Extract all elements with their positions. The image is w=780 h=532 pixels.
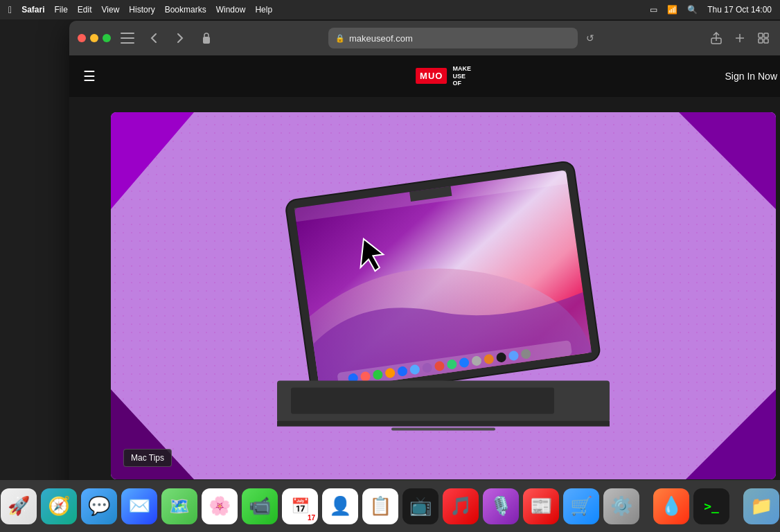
traffic-lights [78,34,111,42]
lock-icon: 🔒 [335,34,345,43]
maximize-button[interactable] [103,34,111,42]
address-bar[interactable]: 🔒 makeuseof.com [328,28,578,48]
svg-rect-32 [291,388,554,414]
dock-reminders[interactable]: 📋 [362,488,398,524]
dock-terminal[interactable]: >_ [693,488,729,524]
privacy-icon [197,28,216,48]
corner-br [686,389,776,479]
dock-facetime[interactable]: 📹 [242,488,278,524]
minimize-button[interactable] [90,34,98,42]
hamburger-menu-button[interactable]: ☰ [83,68,96,85]
dock-colorui[interactable]: 💧 [653,488,689,524]
url-text: makeuseof.com [349,33,413,44]
menubar-right: ▭ 📶 🔍 Thu 17 Oct 14:00 [650,5,772,15]
dock-folder[interactable]: 📁 [743,488,779,524]
address-bar-container: 🔒 makeuseof.com ↺ [223,28,700,48]
macos-menu-bar:  Safari File Edit View History Bookmark… [0,0,780,19]
share-button[interactable] [707,28,726,48]
dock-music[interactable]: 🎵 [443,488,479,524]
time-display: Thu 17 Oct 14:00 [707,5,772,15]
close-button[interactable] [78,34,86,42]
dock-contacts[interactable]: 👤 [322,488,358,524]
dock-appletv[interactable]: 📺 [402,488,438,524]
svg-rect-7 [764,39,768,43]
sign-in-label: Sign In Now [725,71,777,82]
svg-rect-4 [759,33,763,37]
mac-tips-badge: Mac Tips [123,449,172,467]
wifi-icon[interactable]: 📶 [667,5,677,15]
site-logo[interactable]: MUO MAKE USE OF [416,65,471,87]
logo-make: MAKE [452,65,471,73]
toolbar-right-icons [707,28,773,48]
dock-messages[interactable]: 💬 [81,488,117,524]
menu-help[interactable]: Help [255,5,272,15]
dock-news[interactable]: 📰 [523,488,559,524]
dock-launchpad[interactable]: 🚀 [1,488,37,524]
svg-rect-34 [277,421,610,427]
logo-use: USE [452,73,471,80]
back-button[interactable] [144,28,163,48]
dock-mail[interactable]: ✉️ [121,488,157,524]
website-content: ☰ MUO MAKE USE OF Sign In Now [69,55,780,526]
dock-systemprefs[interactable]: ⚙️ [603,488,639,524]
forward-button[interactable] [170,28,190,48]
macos-dock: 🐟 🚀 🧭 💬 ✉️ 🗺️ 🌸 📹 📅 17 👤 📋 📺 [0,480,780,532]
menu-safari[interactable]: Safari [21,5,44,15]
menu-view[interactable]: View [102,5,120,15]
dock-maps[interactable]: 🗺️ [161,488,197,524]
sidebar-toggle-button[interactable] [118,28,137,48]
dock-podcasts[interactable]: 🎙️ [483,488,519,524]
tab-grid-button[interactable] [754,28,773,48]
hero-image: Mac Tips [111,112,776,479]
site-navbar: ☰ MUO MAKE USE OF Sign In Now [69,55,780,97]
menu-window[interactable]: Window [216,5,246,15]
browser-window: 🔒 makeuseof.com ↺ [69,21,780,526]
logo-of: OF [452,80,471,87]
dock-photos[interactable]: 🌸 [202,488,238,524]
menu-bookmarks[interactable]: Bookmarks [165,5,206,15]
battery-icon[interactable]: ▭ [650,5,657,15]
svg-rect-0 [203,37,210,44]
corner-tl [111,112,194,209]
logo-box: MUO [416,68,447,84]
svg-rect-6 [759,39,763,43]
dock-safari[interactable]: 🧭 [41,488,77,524]
sign-in-button[interactable]: Sign In Now [725,66,780,87]
corner-tr [679,112,776,209]
menu-history[interactable]: History [129,5,154,15]
search-icon[interactable]: 🔍 [687,5,698,15]
hero-container: Mac Tips [69,97,780,488]
dock-calendar[interactable]: 📅 17 [282,488,318,524]
apple-menu[interactable]:  [8,4,12,15]
browser-toolbar: 🔒 makeuseof.com ↺ [69,21,780,55]
dock-appstore[interactable]: 🛒 [563,488,599,524]
menu-file[interactable]: File [54,5,67,15]
svg-rect-5 [764,33,768,37]
reload-button[interactable]: ↺ [586,33,594,44]
menu-edit[interactable]: Edit [78,5,92,15]
macbook-illustration [256,159,630,450]
new-tab-button[interactable] [730,28,750,48]
svg-rect-33 [391,428,495,431]
